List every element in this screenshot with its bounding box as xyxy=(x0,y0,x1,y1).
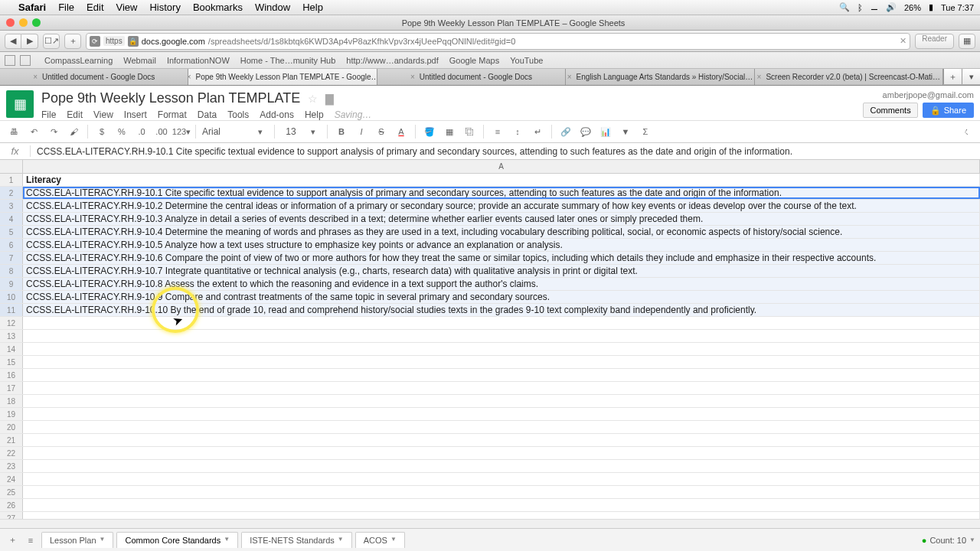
cell-A16[interactable] xyxy=(23,369,980,381)
fill-color-icon[interactable]: 🪣 xyxy=(422,124,437,139)
sheet-tab-menu-icon[interactable]: ▼ xyxy=(338,536,344,545)
cell-A1[interactable]: Literacy xyxy=(23,174,980,186)
fav-3[interactable]: Home - The…munity Hub xyxy=(240,56,336,65)
cell-A24[interactable] xyxy=(23,473,980,485)
cell-A18[interactable] xyxy=(23,395,980,407)
row-12[interactable]: 12 xyxy=(0,317,980,330)
row-header[interactable]: 4 xyxy=(0,213,23,225)
size-dropdown-icon[interactable]: ▾ xyxy=(305,124,321,139)
browser-tab-3[interactable]: ×English Language Arts Standards » Histo… xyxy=(566,69,754,85)
row-4[interactable]: 4CCSS.ELA-LITERACY.RH.9-10.3 Analyze in … xyxy=(0,213,980,226)
new-tab-button[interactable]: ＋ xyxy=(943,69,962,84)
minimize-window-icon[interactable] xyxy=(19,18,28,27)
menu-window[interactable]: Window xyxy=(255,2,290,13)
cell-A25[interactable] xyxy=(23,486,980,498)
sm-tools[interactable]: Tools xyxy=(227,109,249,120)
dec-decimal-icon[interactable]: .0 xyxy=(134,124,149,139)
share-button[interactable]: 🔒Share xyxy=(923,103,974,118)
reader-button[interactable]: Reader xyxy=(915,34,954,49)
sheet-tab-0[interactable]: Lesson Plan▼ xyxy=(41,532,113,548)
row-11[interactable]: 11CCSS.ELA-LITERACY.RH.9-10.10 By the en… xyxy=(0,304,980,317)
close-tab-icon[interactable]: × xyxy=(33,73,38,81)
row-16[interactable]: 16 xyxy=(0,369,980,382)
row-header[interactable]: 11 xyxy=(0,304,23,316)
row-header[interactable]: 3 xyxy=(0,200,23,212)
user-email[interactable]: amberjpope@gmail.com xyxy=(863,90,974,99)
browser-tab-0[interactable]: ×Untitled document - Google Docs xyxy=(0,69,188,85)
sidebar-icon[interactable] xyxy=(5,55,15,66)
comments-button[interactable]: Comments xyxy=(863,103,917,118)
sm-insert[interactable]: Insert xyxy=(124,109,147,120)
cell-A19[interactable] xyxy=(23,408,980,420)
cell-A26[interactable] xyxy=(23,499,980,511)
zoom-window-icon[interactable] xyxy=(32,18,41,27)
forward-button[interactable]: ▶ xyxy=(21,34,38,49)
selection-count[interactable]: Count: 10 xyxy=(929,536,966,545)
cell-A6[interactable]: CCSS.ELA-LITERACY.RH.9-10.5 Analyze how … xyxy=(23,239,980,251)
row-6[interactable]: 6CCSS.ELA-LITERACY.RH.9-10.5 Analyze how… xyxy=(0,239,980,252)
row-header[interactable]: 15 xyxy=(0,356,23,368)
row-header[interactable]: 19 xyxy=(0,408,23,420)
menu-file[interactable]: File xyxy=(58,2,74,13)
percent-icon[interactable]: % xyxy=(114,124,129,139)
sm-view[interactable]: View xyxy=(93,109,113,120)
select-all-cell[interactable] xyxy=(0,160,23,173)
row-header[interactable]: 8 xyxy=(0,265,23,277)
cell-A4[interactable]: CCSS.ELA-LITERACY.RH.9-10.3 Analyze in d… xyxy=(23,213,980,225)
cell-A27[interactable] xyxy=(23,512,980,519)
topsites-icon[interactable] xyxy=(20,55,31,66)
cell-A22[interactable] xyxy=(23,447,980,459)
row-header[interactable]: 17 xyxy=(0,382,23,394)
row-20[interactable]: 20 xyxy=(0,421,980,434)
clock[interactable]: Tue 7:37 xyxy=(941,3,974,12)
italic-icon[interactable]: I xyxy=(354,124,369,139)
tab-list-button[interactable]: ▾ xyxy=(962,69,980,84)
fav-4[interactable]: http://www…andards.pdf xyxy=(346,56,438,65)
redo-icon[interactable]: ↷ xyxy=(46,124,61,139)
row-22[interactable]: 22 xyxy=(0,447,980,460)
sm-addons[interactable]: Add-ons xyxy=(260,109,294,120)
row-2[interactable]: 2CCSS.ELA-LITERACY.RH.9-10.1 Cite specif… xyxy=(0,187,980,200)
cell-A7[interactable]: CCSS.ELA-LITERACY.RH.9-10.6 Compare the … xyxy=(23,252,980,264)
row-header[interactable]: 26 xyxy=(0,499,23,511)
row-1[interactable]: 1Literacy xyxy=(0,174,980,187)
browser-tab-1[interactable]: ×Pope 9th Weekly Lesson Plan TEMPLATE - … xyxy=(188,69,377,85)
row-header[interactable]: 18 xyxy=(0,395,23,407)
row-header[interactable]: 27 xyxy=(0,512,23,519)
functions-icon[interactable]: Σ xyxy=(638,124,653,139)
row-header[interactable]: 1 xyxy=(0,174,23,186)
font-select[interactable] xyxy=(202,126,248,137)
close-tab-icon[interactable]: × xyxy=(757,73,762,81)
bluetooth-icon[interactable]: ᛒ xyxy=(858,3,863,12)
row-18[interactable]: 18 xyxy=(0,395,980,408)
browser-tab-2[interactable]: ×Untitled document - Google Docs xyxy=(377,69,566,85)
wifi-icon[interactable]: ⚊ xyxy=(871,2,878,12)
sheet-tab-1[interactable]: Common Core Standards▼ xyxy=(116,532,238,548)
sheet-tab-3[interactable]: ACOS▼ xyxy=(355,532,405,548)
formula-value[interactable]: CCSS.ELA-LITERACY.RH.9-10.1 Cite specifi… xyxy=(31,146,980,157)
cell-A5[interactable]: CCSS.ELA-LITERACY.RH.9-10.4 Determine th… xyxy=(23,226,980,238)
cell-A17[interactable] xyxy=(23,382,980,394)
sheet-tab-menu-icon[interactable]: ▼ xyxy=(390,536,397,545)
grid[interactable]: 1Literacy2CCSS.ELA-LITERACY.RH.9-10.1 Ci… xyxy=(0,174,980,519)
volume-icon[interactable]: 🔊 xyxy=(886,2,897,12)
row-header[interactable]: 22 xyxy=(0,447,23,459)
menu-bookmarks[interactable]: Bookmarks xyxy=(193,2,243,13)
paint-format-icon[interactable]: 🖌 xyxy=(66,124,81,139)
sheet-tab-menu-icon[interactable]: ▼ xyxy=(100,536,106,545)
row-25[interactable]: 25 xyxy=(0,486,980,499)
fav-0[interactable]: CompassLearning xyxy=(44,56,113,65)
row-header[interactable]: 6 xyxy=(0,239,23,251)
row-21[interactable]: 21 xyxy=(0,434,980,447)
bold-icon[interactable]: B xyxy=(334,124,349,139)
sm-edit[interactable]: Edit xyxy=(67,109,83,120)
filter-icon[interactable]: ▼ xyxy=(618,124,633,139)
row-17[interactable]: 17 xyxy=(0,382,980,395)
row-header[interactable]: 7 xyxy=(0,252,23,264)
row-15[interactable]: 15 xyxy=(0,356,980,369)
app-name[interactable]: Safari xyxy=(18,2,46,13)
stop-reload-icon[interactable]: ✕ xyxy=(900,36,906,46)
row-14[interactable]: 14 xyxy=(0,343,980,356)
count-menu-icon[interactable]: ▼ xyxy=(969,536,975,543)
row-header[interactable]: 20 xyxy=(0,421,23,433)
